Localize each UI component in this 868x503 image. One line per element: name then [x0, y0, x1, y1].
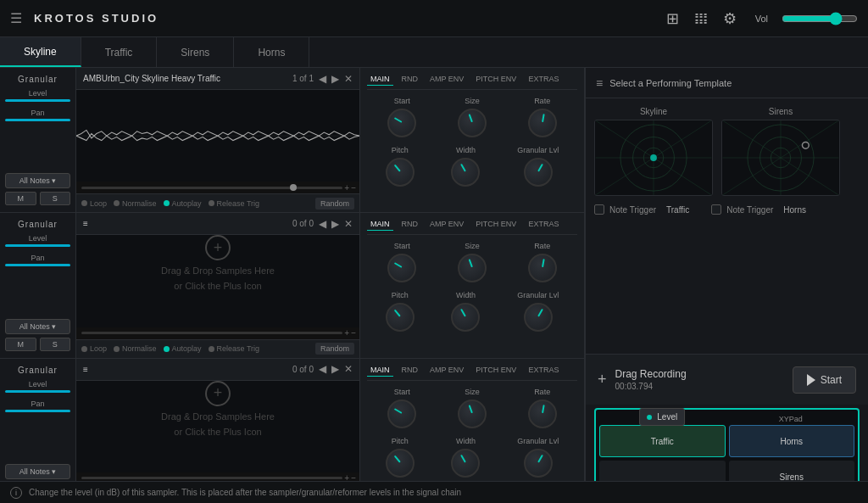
knob-pitch-ctrl-1[interactable] [386, 158, 415, 187]
knob-granlvl-ctrl-1[interactable] [524, 158, 553, 187]
granular-label-3: Granular [5, 366, 70, 375]
note-trigger-horns-checkbox[interactable] [711, 204, 721, 215]
start-button[interactable]: Start [793, 366, 856, 394]
knob-rate-1: Rate [528, 97, 557, 137]
tab-skyline[interactable]: Skyline [0, 37, 81, 67]
knob-pitch-ctrl-3[interactable] [386, 449, 415, 478]
knob-tab-extras-1[interactable]: EXTRAS [525, 73, 562, 86]
knob-size-ctrl-3[interactable] [458, 400, 487, 428]
template-skyline-canvas[interactable] [594, 120, 713, 196]
zoom-minus-2[interactable]: − [351, 328, 356, 338]
all-notes-btn-2[interactable]: All Notes ▾ [5, 319, 70, 334]
random-btn-1[interactable]: Random [315, 198, 354, 210]
knob-row-2b: Pitch Width Granular Lvl [367, 291, 577, 332]
knob-tab-extras-3[interactable]: EXTRAS [525, 364, 562, 377]
prev-btn-3[interactable]: ◀ [319, 363, 326, 375]
xypad-traffic-cell[interactable]: Traffic Level [599, 425, 726, 457]
tab-traffic[interactable]: Traffic [81, 37, 158, 67]
knob-width-ctrl-3[interactable] [451, 449, 480, 478]
waveform-header-2: ≡ 0 of 0 ◀ ▶ ✕ [76, 213, 359, 235]
knob-tab-rnd-1[interactable]: RND [398, 73, 422, 86]
pan-slider-1[interactable] [5, 119, 70, 121]
close-waveform-3[interactable]: ✕ [344, 363, 353, 375]
playhead-bar-1[interactable] [81, 187, 342, 189]
plus-icon-3[interactable]: + [205, 381, 231, 406]
close-waveform-2[interactable]: ✕ [344, 218, 353, 230]
zoom-plus-1[interactable]: + [344, 183, 349, 193]
release-toggle-2[interactable]: Release Trig [209, 344, 260, 353]
knob-tab-rnd-2[interactable]: RND [398, 218, 422, 231]
random-btn-2[interactable]: Random [315, 343, 354, 355]
autoplay-toggle-2[interactable]: Autoplay [164, 344, 202, 353]
release-toggle-1[interactable]: Release Trig [209, 199, 260, 208]
plus-icon-2[interactable]: + [205, 235, 231, 260]
knob-tab-rnd-3[interactable]: RND [398, 364, 422, 377]
loop-toggle-1[interactable]: Loop [81, 199, 107, 208]
knob-granlvl-ctrl-3[interactable] [524, 449, 553, 478]
knob-tab-pitchenv-3[interactable]: PITCH ENV [472, 364, 520, 377]
mute-btn-1[interactable]: M [5, 192, 36, 205]
next-btn-1[interactable]: ▶ [331, 73, 339, 85]
top-icons: ⊞ 𝍖 ⚙ Vol [663, 6, 858, 31]
level-slider-2[interactable] [5, 244, 70, 247]
knob-tab-pitchenv-2[interactable]: PITCH ENV [472, 218, 520, 231]
knob-granlvl-ctrl-2[interactable] [524, 303, 553, 332]
knob-rate-ctrl-2[interactable] [528, 254, 557, 282]
zoom-minus-1[interactable]: − [351, 183, 356, 193]
tab-sirens[interactable]: Sirens [157, 37, 234, 67]
knob-width-ctrl-2[interactable] [451, 303, 480, 332]
knob-tab-extras-2[interactable]: EXTRAS [525, 218, 562, 231]
knob-rate-ctrl-3[interactable] [528, 400, 557, 428]
prev-btn-2[interactable]: ◀ [319, 218, 326, 230]
solo-btn-1[interactable]: S [40, 192, 71, 205]
level-slider-1[interactable] [5, 99, 70, 102]
playhead-pos-1 [290, 184, 297, 191]
normalise-toggle-1[interactable]: Normalise [114, 199, 157, 208]
knob-tab-ampenv-3[interactable]: AMP ENV [426, 364, 467, 377]
level-slider-3[interactable] [5, 390, 70, 393]
settings-icon[interactable]: ⚙ [720, 6, 740, 31]
template-sirens-canvas[interactable] [721, 120, 840, 196]
knob-start-ctrl-2[interactable] [387, 254, 416, 282]
prev-btn-1[interactable]: ◀ [319, 73, 326, 85]
close-waveform-1[interactable]: ✕ [344, 73, 353, 85]
knob-tab-main-3[interactable]: MAIN [367, 364, 393, 377]
knob-size-ctrl-1[interactable] [458, 109, 487, 137]
zoom-plus-2[interactable]: + [344, 328, 349, 338]
next-btn-3[interactable]: ▶ [331, 363, 339, 375]
xypad-horns-cell[interactable]: Horns [729, 425, 855, 457]
waveform-icon[interactable]: 𝍖 [691, 6, 711, 31]
knob-start-ctrl-3[interactable] [387, 400, 416, 428]
volume-slider[interactable] [782, 12, 858, 25]
pan-slider-2[interactable] [5, 264, 70, 266]
note-trigger-traffic-checkbox[interactable] [594, 204, 604, 215]
piano-icon[interactable]: ⊞ [663, 6, 682, 31]
loop-toggle-2[interactable]: Loop [81, 344, 107, 353]
playhead-bar-3[interactable] [81, 477, 342, 479]
normalise-toggle-2[interactable]: Normalise [114, 344, 157, 353]
hamburger-icon[interactable]: ☰ [10, 10, 22, 26]
all-notes-btn-1[interactable]: All Notes ▾ [5, 173, 70, 188]
all-notes-btn-3[interactable]: All Notes ▾ [5, 464, 70, 479]
knob-tab-ampenv-2[interactable]: AMP ENV [426, 218, 467, 231]
solo-btn-2[interactable]: S [40, 338, 71, 351]
tab-horns[interactable]: Horns [234, 37, 309, 67]
playhead-bar-2[interactable] [81, 332, 342, 334]
knob-tab-ampenv-1[interactable]: AMP ENV [426, 73, 467, 86]
drag-drop-area-2[interactable]: + Drag & Drop Samples Here or Click the … [76, 235, 359, 291]
waveform-display-2: + Drag & Drop Samples Here or Click the … [76, 235, 359, 327]
drag-drop-area-3[interactable]: + Drag & Drop Samples Here or Click the … [76, 381, 359, 437]
knob-tab-main-2[interactable]: MAIN [367, 218, 393, 231]
pan-slider-3[interactable] [5, 410, 70, 412]
knob-width-ctrl-1[interactable] [451, 158, 480, 187]
knob-size-ctrl-2[interactable] [458, 254, 487, 282]
knob-tab-pitchenv-1[interactable]: PITCH ENV [472, 73, 520, 86]
autoplay-toggle-1[interactable]: Autoplay [164, 199, 202, 208]
ms-row-2: M S [5, 338, 70, 351]
knob-tab-main-1[interactable]: MAIN [367, 73, 393, 86]
knob-start-ctrl-1[interactable] [387, 109, 416, 137]
next-btn-2[interactable]: ▶ [331, 218, 339, 230]
knob-rate-ctrl-1[interactable] [528, 109, 557, 137]
mute-btn-2[interactable]: M [5, 338, 36, 351]
knob-pitch-ctrl-2[interactable] [386, 303, 415, 332]
